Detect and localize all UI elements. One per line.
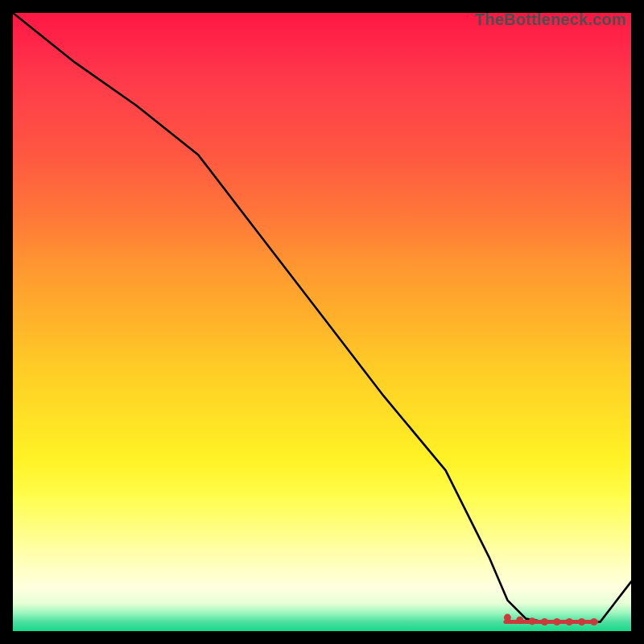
marker-dot [541, 618, 548, 625]
chart-overlay [13, 13, 631, 631]
marker-dot [504, 614, 511, 621]
optimal-range-markers [503, 614, 598, 625]
chart-frame: TheBottleneck.com [0, 0, 644, 644]
marker-dot [590, 618, 597, 625]
marker-dot [529, 617, 536, 625]
gradient-plot-area: TheBottleneck.com [13, 13, 631, 631]
marker-dot [566, 618, 573, 625]
marker-dot [553, 618, 560, 625]
bottleneck-curve [13, 13, 631, 622]
marker-dot [578, 618, 585, 625]
marker-dot [516, 617, 523, 624]
